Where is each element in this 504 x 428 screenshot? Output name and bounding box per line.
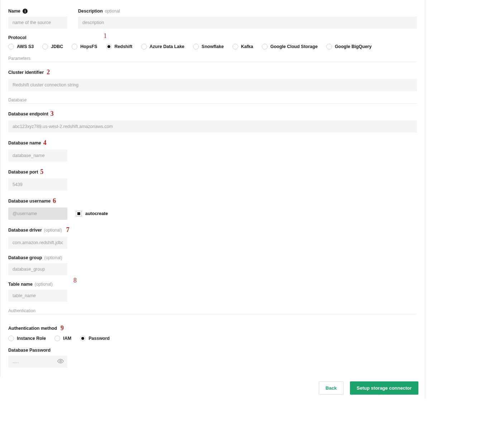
db-endpoint-label: Database endpoint xyxy=(8,111,48,116)
db-group-optional: (optional) xyxy=(44,255,62,260)
auth-method-radio-group: Instance Role IAM Password xyxy=(8,336,417,341)
info-icon[interactable]: i xyxy=(23,9,28,14)
radio-icon xyxy=(193,44,199,49)
description-optional: optional xyxy=(105,9,120,14)
auth-method-label: Authentication method xyxy=(8,326,57,331)
db-endpoint-input[interactable] xyxy=(8,120,417,133)
radio-icon xyxy=(42,44,48,49)
section-parameters: Parameters xyxy=(8,56,417,62)
table-name-input[interactable] xyxy=(8,290,67,302)
annotation-8: 8 xyxy=(73,277,77,284)
protocol-option-aws-s3[interactable]: AWS S3 xyxy=(8,44,34,49)
protocol-option-azure[interactable]: Azure Data Lake xyxy=(141,44,184,49)
radio-icon xyxy=(8,44,14,49)
db-driver-input[interactable] xyxy=(8,237,67,249)
footer: Back Setup storage connector xyxy=(0,376,425,399)
radio-icon xyxy=(141,44,147,49)
autocreate-label: autocreate xyxy=(85,211,108,216)
db-name-label: Database name xyxy=(8,141,41,146)
storage-connector-form: Name i Description optional Protocol 1 A… xyxy=(0,0,425,399)
annotation-1: 1 xyxy=(104,32,107,40)
db-group-input[interactable] xyxy=(8,263,67,275)
auth-option-password[interactable]: Password xyxy=(80,336,110,341)
auth-option-iam[interactable]: IAM xyxy=(54,336,71,341)
annotation-7: 7 xyxy=(66,226,69,234)
protocol-option-bigquery[interactable]: Google BigQuery xyxy=(326,44,372,49)
annotation-3: 3 xyxy=(51,110,54,118)
radio-icon xyxy=(8,336,14,341)
annotation-6: 6 xyxy=(53,197,56,205)
setup-storage-connector-button[interactable]: Setup storage connector xyxy=(350,381,418,395)
svg-point-0 xyxy=(60,360,62,362)
name-label: Name xyxy=(8,9,20,14)
protocol-option-kafka[interactable]: Kafka xyxy=(232,44,253,49)
radio-icon xyxy=(262,44,268,49)
eye-icon[interactable] xyxy=(57,358,64,366)
description-input[interactable] xyxy=(78,16,417,29)
protocol-label: Protocol xyxy=(8,35,27,40)
db-group-label: Database group xyxy=(8,255,42,260)
table-name-label: Table name xyxy=(8,282,33,287)
name-input[interactable] xyxy=(8,16,67,29)
annotation-2: 2 xyxy=(47,68,50,76)
radio-icon xyxy=(326,44,332,49)
cluster-identifier-input[interactable] xyxy=(8,79,417,91)
radio-icon xyxy=(106,44,112,49)
db-port-input[interactable] xyxy=(8,179,67,191)
db-port-label: Database port xyxy=(8,170,38,175)
db-username-input[interactable] xyxy=(8,208,67,220)
annotation-4: 4 xyxy=(43,139,47,147)
description-label: Description xyxy=(78,9,103,14)
protocol-option-snowflake[interactable]: Snowflake xyxy=(193,44,224,49)
back-button[interactable]: Back xyxy=(319,381,344,395)
radio-icon xyxy=(80,336,86,341)
protocol-option-redshift[interactable]: Redshift xyxy=(106,44,133,49)
annotation-5: 5 xyxy=(40,168,43,176)
protocol-radio-group: AWS S3 JDBC HopsFS Redshift Azure Data L… xyxy=(8,44,417,49)
db-password-label: Database Password xyxy=(8,348,51,353)
auth-option-instance-role[interactable]: Instance Role xyxy=(8,336,46,341)
table-name-optional: (optional) xyxy=(35,282,53,287)
db-name-input[interactable] xyxy=(8,149,67,162)
protocol-option-jdbc[interactable]: JDBC xyxy=(42,44,63,49)
radio-icon xyxy=(232,44,238,49)
cluster-identifier-label: Cluster identifier xyxy=(8,70,44,75)
autocreate-checkbox[interactable]: autocreate xyxy=(76,211,108,217)
protocol-option-hopsfs[interactable]: HopsFS xyxy=(72,44,97,49)
annotation-9: 9 xyxy=(61,324,64,332)
radio-icon xyxy=(54,336,60,341)
section-authentication: Authentication xyxy=(8,308,417,314)
db-driver-optional: (optional) xyxy=(44,228,62,233)
protocol-option-gcs[interactable]: Google Cloud Storage xyxy=(262,44,318,49)
radio-icon xyxy=(72,44,77,49)
db-driver-label: Database driver xyxy=(8,228,42,233)
section-database: Database xyxy=(8,98,417,104)
db-username-label: Database username xyxy=(8,199,51,204)
checkbox-icon xyxy=(76,211,82,217)
